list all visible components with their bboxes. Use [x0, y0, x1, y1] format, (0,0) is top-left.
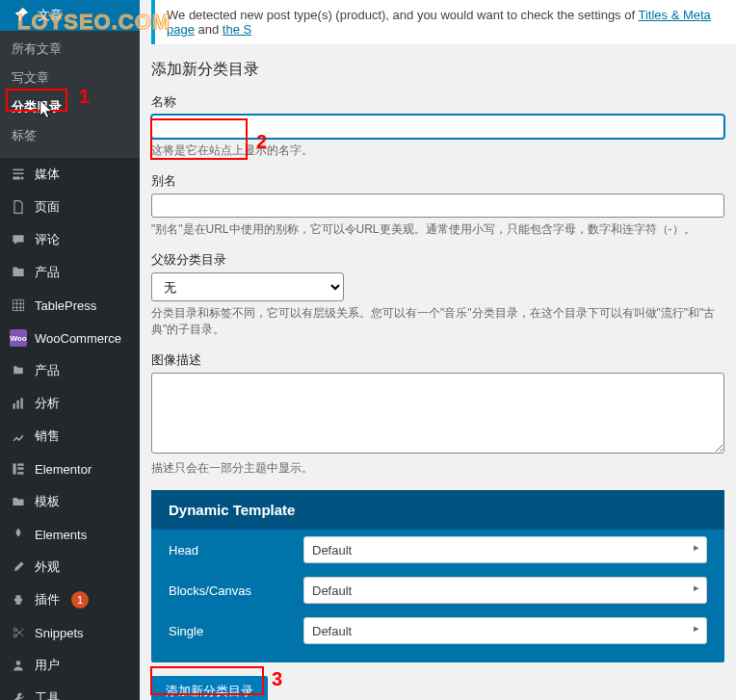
- folder-icon: [10, 493, 27, 510]
- scissors-icon: [10, 624, 27, 641]
- dt-single-select[interactable]: Default: [303, 617, 707, 644]
- sidebar-item-product-1[interactable]: 产品: [0, 256, 140, 289]
- name-input[interactable]: [151, 115, 724, 139]
- sidebar-item-media[interactable]: 媒体: [0, 158, 140, 191]
- sidebar-item-appearance[interactable]: 外观: [0, 551, 140, 583]
- analytics-icon: [10, 395, 27, 412]
- dynamic-template-title: Dynamic Template: [151, 490, 724, 530]
- slug-input[interactable]: [151, 194, 724, 218]
- svg-rect-4: [13, 463, 15, 474]
- sidebar-item-label: 页面: [35, 198, 60, 216]
- svg-point-8: [13, 628, 16, 631]
- main-content: We detected new post type(s) (product), …: [140, 0, 736, 700]
- svg-rect-2: [16, 401, 18, 409]
- update-badge: 1: [71, 591, 89, 609]
- notice-text-mid: and: [198, 22, 223, 37]
- sidebar-item-label: Elements: [35, 528, 87, 542]
- sidebar-item-label: 外观: [35, 558, 60, 576]
- submenu-new-post[interactable]: 写文章: [0, 64, 140, 92]
- elements-icon: [10, 526, 27, 543]
- sidebar-item-elementor[interactable]: Elementor: [0, 453, 140, 485]
- sidebar-item-label: Snippets: [35, 626, 84, 640]
- desc-textarea[interactable]: [151, 373, 724, 454]
- annotation-number-1: 1: [79, 86, 90, 108]
- sidebar-item-tablepress[interactable]: TablePress: [0, 289, 140, 322]
- dt-head-label: Head: [169, 543, 303, 557]
- table-icon: [10, 297, 27, 314]
- svg-rect-6: [17, 467, 23, 469]
- add-category-button[interactable]: 添加新分类目录: [151, 676, 268, 700]
- media-icon: [10, 166, 27, 183]
- sidebar-item-snippets[interactable]: Snippets: [0, 616, 140, 649]
- annotation-number-3: 3: [272, 668, 282, 690]
- submenu-categories[interactable]: 分类目录: [0, 92, 140, 121]
- elementor-icon: [10, 460, 27, 478]
- sidebar-item-product-2[interactable]: 产品: [0, 354, 140, 387]
- sidebar-item-label: 产品: [35, 264, 60, 281]
- section-heading: 添加新分类目录: [151, 60, 724, 80]
- sidebar-item-label: 评论: [35, 231, 60, 248]
- sidebar-item-plugins[interactable]: 插件 1: [0, 583, 140, 616]
- submenu-all-posts[interactable]: 所有文章: [0, 35, 140, 64]
- sidebar-item-sales[interactable]: 销售: [0, 420, 140, 453]
- sidebar-item-label: WooCommerce: [35, 331, 121, 346]
- dt-blocks-label: Blocks/Canvas: [169, 583, 303, 598]
- sidebar-submenu-posts: 所有文章 写文章 分类目录 标签: [0, 31, 140, 158]
- svg-rect-7: [17, 472, 23, 474]
- wrench-icon: [10, 689, 27, 700]
- name-label: 名称: [151, 93, 724, 111]
- slug-label: 别名: [151, 172, 724, 190]
- svg-point-10: [16, 661, 21, 665]
- sidebar-item-label: 分析: [35, 395, 60, 412]
- sidebar-item-woocommerce[interactable]: Woo WooCommerce: [0, 322, 140, 354]
- plugin-icon: [10, 591, 27, 609]
- sidebar-item-users[interactable]: 用户: [0, 649, 140, 682]
- dt-head-select[interactable]: Default: [303, 536, 707, 563]
- desc-label: 图像描述: [151, 351, 724, 369]
- parent-description: 分类目录和标签不同，它可以有层级关系。您可以有一个"音乐"分类目录，在这个目录下…: [151, 305, 724, 338]
- woo-icon: Woo: [10, 329, 27, 347]
- sales-icon: [10, 428, 27, 445]
- notice-text-prefix: We detected new post type(s) (product), …: [167, 8, 638, 22]
- name-description: 这将是它在站点上显示的名字。: [151, 143, 724, 159]
- sidebar-item-analytics[interactable]: 分析: [0, 387, 140, 420]
- sidebar-item-label: 模板: [35, 493, 60, 510]
- sidebar-item-label: 产品: [35, 362, 60, 379]
- product-icon: [10, 362, 27, 379]
- users-icon: [10, 657, 27, 674]
- product-icon: [10, 264, 27, 281]
- desc-description: 描述只会在一部分主题中显示。: [151, 460, 724, 477]
- dt-single-label: Single: [169, 624, 303, 638]
- svg-rect-1: [13, 403, 14, 409]
- pin-icon: [13, 7, 30, 24]
- submenu-tags[interactable]: 标签: [0, 121, 140, 150]
- svg-rect-5: [17, 463, 23, 465]
- svg-point-0: [20, 176, 23, 179]
- sidebar-item-tools[interactable]: 工具: [0, 682, 140, 700]
- sidebar-menu-posts[interactable]: 文章: [0, 0, 140, 31]
- sidebar-item-label: 工具: [35, 689, 60, 700]
- notice-link-second[interactable]: the S: [223, 22, 251, 37]
- sidebar-item-label: TablePress: [35, 298, 96, 313]
- sidebar-item-label: 插件: [35, 591, 60, 609]
- sidebar-item-label: Elementor: [35, 462, 92, 477]
- svg-rect-3: [20, 398, 22, 408]
- sidebar-item-label: 销售: [35, 428, 60, 445]
- slug-description: "别名"是在URL中使用的别称，它可以令URL更美观。通常使用小写，只能包含字母…: [151, 221, 724, 238]
- sidebar-item-label: 媒体: [35, 166, 60, 183]
- sidebar-item-label: 用户: [35, 657, 60, 674]
- comments-icon: [10, 231, 27, 248]
- admin-notice: We detected new post type(s) (product), …: [151, 0, 736, 44]
- parent-select[interactable]: 无: [151, 272, 344, 301]
- sidebar-item-templates[interactable]: 模板: [0, 485, 140, 518]
- sidebar-item-elements[interactable]: Elements: [0, 518, 140, 551]
- page-icon: [10, 198, 27, 216]
- dt-blocks-select[interactable]: Default: [303, 577, 707, 604]
- svg-point-9: [13, 635, 16, 637]
- parent-label: 父级分类目录: [151, 251, 724, 269]
- sidebar-item-pages[interactable]: 页面: [0, 191, 140, 223]
- sidebar-item-comments[interactable]: 评论: [0, 223, 140, 256]
- brush-icon: [10, 558, 27, 576]
- annotation-number-2: 2: [256, 131, 267, 153]
- admin-sidebar: 文章 所有文章 写文章 分类目录 标签 媒体 页面 评论 产品 TablePre…: [0, 0, 140, 700]
